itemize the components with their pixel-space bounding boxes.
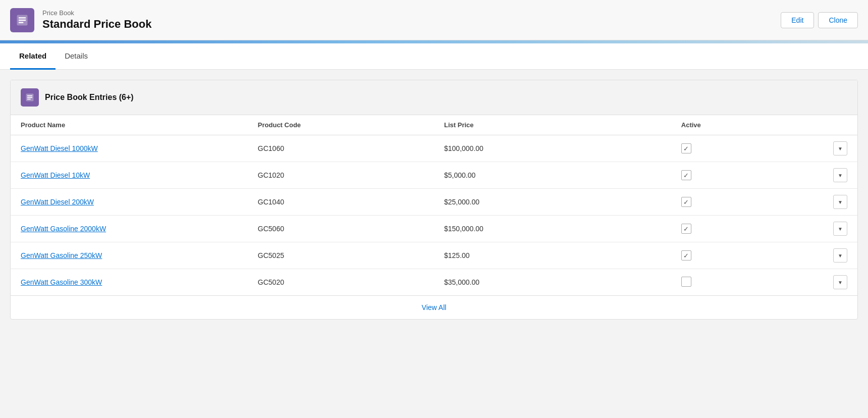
- product-name-link[interactable]: GenWatt Diesel 10kW: [21, 171, 90, 179]
- active-checkbox: [681, 143, 691, 153]
- product-code-cell: GC5025: [248, 242, 434, 269]
- clone-button[interactable]: Clone: [818, 12, 858, 28]
- product-code-cell: GC5060: [248, 216, 434, 242]
- row-action-dropdown[interactable]: [833, 141, 847, 155]
- action-cell: [773, 162, 857, 189]
- table-header-row: Product Name Product Code List Price Act…: [11, 115, 857, 135]
- svg-rect-1: [19, 17, 26, 18]
- product-code-cell: GC1060: [248, 135, 434, 162]
- active-checkbox: [681, 197, 691, 207]
- header-actions: Edit Clone: [781, 12, 858, 28]
- col-header-active: Active: [671, 115, 773, 135]
- product-name-link[interactable]: GenWatt Gasoline 300kW: [21, 278, 102, 286]
- product-name-link[interactable]: GenWatt Gasoline 2000kW: [21, 225, 106, 233]
- page-header: Price Book Standard Price Book Edit Clon…: [0, 0, 868, 40]
- active-cell: [671, 269, 773, 296]
- product-code-cell: GC1020: [248, 162, 434, 189]
- entries-table: Product Name Product Code List Price Act…: [11, 115, 857, 295]
- list-price-cell: $100,000.00: [434, 135, 671, 162]
- product-code-cell: GC1040: [248, 189, 434, 216]
- product-name-link[interactable]: GenWatt Diesel 1000kW: [21, 144, 98, 152]
- svg-rect-3: [19, 22, 23, 23]
- header-left: Price Book Standard Price Book: [10, 8, 151, 32]
- table-row: GenWatt Gasoline 2000kWGC5060$150,000.00: [11, 216, 857, 242]
- table-row: GenWatt Diesel 200kWGC1040$25,000.00: [11, 189, 857, 216]
- tab-related[interactable]: Related: [10, 43, 56, 70]
- list-price-cell: $35,000.00: [434, 269, 671, 296]
- row-action-dropdown[interactable]: [833, 168, 847, 182]
- card-title: Price Book Entries (6+): [45, 93, 134, 102]
- active-cell: [671, 242, 773, 269]
- action-cell: [773, 269, 857, 296]
- action-cell: [773, 189, 857, 216]
- page-title: Standard Price Book: [42, 18, 151, 31]
- table-row: GenWatt Diesel 1000kWGC1060$100,000.00: [11, 135, 857, 162]
- action-cell: [773, 216, 857, 242]
- list-price-cell: $25,000.00: [434, 189, 671, 216]
- list-price-cell: $125.00: [434, 242, 671, 269]
- active-checkbox: [681, 170, 691, 180]
- col-header-action: [773, 115, 857, 135]
- active-checkbox: [681, 277, 691, 287]
- svg-rect-6: [27, 97, 32, 98]
- list-price-cell: $5,000.00: [434, 162, 671, 189]
- active-cell: [671, 162, 773, 189]
- active-cell: [671, 216, 773, 242]
- card-icon: [21, 88, 39, 107]
- active-cell: [671, 135, 773, 162]
- active-checkbox: [681, 224, 691, 234]
- table-row: GenWatt Diesel 10kWGC1020$5,000.00: [11, 162, 857, 189]
- tab-navigation: Related Details: [0, 43, 868, 70]
- row-action-dropdown[interactable]: [833, 195, 847, 209]
- row-action-dropdown[interactable]: [833, 248, 847, 263]
- product-name-link[interactable]: GenWatt Diesel 200kW: [21, 198, 94, 206]
- view-all-link[interactable]: View All: [422, 303, 447, 311]
- card-header: Price Book Entries (6+): [11, 80, 857, 115]
- row-action-dropdown[interactable]: [833, 275, 847, 289]
- col-header-product-name: Product Name: [11, 115, 248, 135]
- svg-rect-5: [27, 95, 32, 96]
- list-price-cell: $150,000.00: [434, 216, 671, 242]
- svg-rect-7: [27, 99, 31, 100]
- action-cell: [773, 242, 857, 269]
- header-title-group: Price Book Standard Price Book: [42, 9, 151, 31]
- svg-rect-2: [19, 19, 26, 20]
- product-name-link[interactable]: GenWatt Gasoline 250kW: [21, 251, 102, 259]
- header-subtitle: Price Book: [42, 9, 151, 17]
- active-cell: [671, 189, 773, 216]
- active-checkbox: [681, 250, 691, 260]
- tab-details[interactable]: Details: [56, 43, 97, 70]
- col-header-product-code: Product Code: [248, 115, 434, 135]
- price-book-entries-card: Price Book Entries (6+) Product Name Pro…: [10, 80, 858, 320]
- row-action-dropdown[interactable]: [833, 222, 847, 236]
- price-book-icon: [10, 8, 34, 32]
- table-row: GenWatt Gasoline 250kWGC5025$125.00: [11, 242, 857, 269]
- col-header-list-price: List Price: [434, 115, 671, 135]
- main-content: Price Book Entries (6+) Product Name Pro…: [0, 70, 868, 330]
- product-code-cell: GC5020: [248, 269, 434, 296]
- edit-button[interactable]: Edit: [781, 12, 814, 28]
- action-cell: [773, 135, 857, 162]
- card-footer: View All: [11, 295, 857, 319]
- table-row: GenWatt Gasoline 300kWGC5020$35,000.00: [11, 269, 857, 296]
